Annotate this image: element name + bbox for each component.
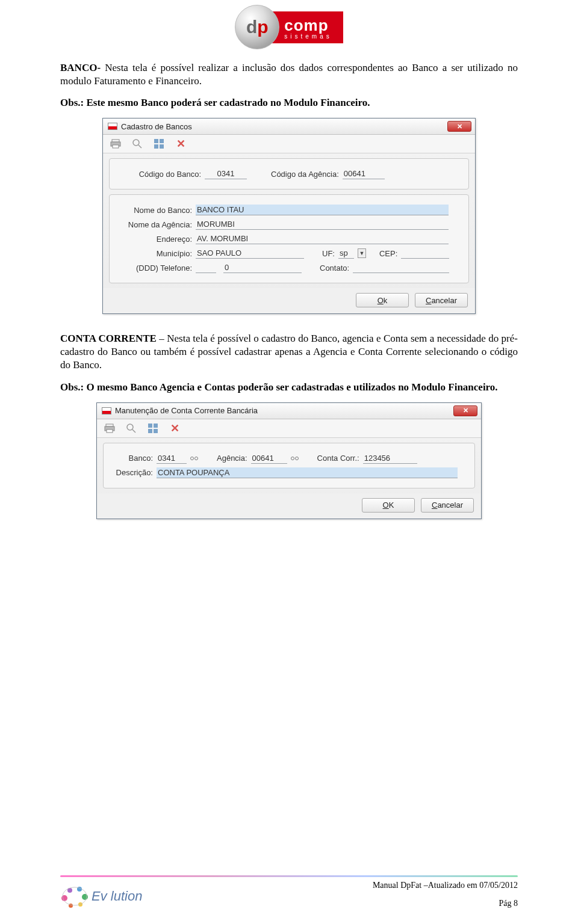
- dialog2-titlebar: Manutenção de Conta Corrente Bancária ✕: [97, 403, 481, 419]
- input-cep[interactable]: [401, 248, 449, 259]
- input-municipio[interactable]: SAO PAULO: [196, 248, 304, 259]
- delete-icon[interactable]: ✕: [169, 423, 180, 434]
- cancel-button[interactable]: Cancelar: [415, 293, 468, 307]
- input-conta[interactable]: 123456: [363, 453, 417, 464]
- lookup-agencia-icon[interactable]: [291, 454, 300, 463]
- logo-sistemas: sistemas: [284, 33, 332, 40]
- close-button[interactable]: ✕: [447, 121, 471, 132]
- dados-group: Nome do Banco: BANCO ITAU Nome da Agênci…: [109, 194, 469, 283]
- cadastro-bancos-dialog: Cadastro de Bancos ✕ ✕ Código do Banco: …: [102, 118, 476, 314]
- brand-logo: dp comp sistemas: [60, 0, 518, 61]
- svg-rect-7: [107, 430, 113, 433]
- input-agencia[interactable]: 00641: [251, 453, 287, 464]
- input-codigo-agencia[interactable]: 00641: [343, 168, 385, 179]
- page-footer: Ev lution Manual DpFat –Atualizado em 07…: [0, 875, 578, 908]
- search-icon[interactable]: [132, 138, 143, 149]
- dialog2-toolbar: ✕: [97, 419, 481, 438]
- lookup-banco-icon[interactable]: [190, 454, 200, 463]
- flag-icon: [102, 407, 111, 414]
- footer-manual: Manual DpFat –Atualizado em 07/05/2012: [373, 881, 518, 890]
- input-endereco[interactable]: AV. MORUMBI: [196, 233, 449, 244]
- ok-button[interactable]: Ok: [356, 293, 409, 307]
- lbl-ddd-tel: (DDD) Telefone:: [117, 263, 192, 273]
- para1-bold: BANCO-: [60, 62, 101, 73]
- input-ddd[interactable]: [196, 262, 216, 273]
- input-uf[interactable]: sp: [338, 248, 354, 259]
- close-button[interactable]: ✕: [453, 405, 477, 416]
- svg-point-8: [127, 424, 133, 430]
- footer-rule: [60, 875, 518, 877]
- input-nome-banco[interactable]: BANCO ITAU: [196, 205, 449, 215]
- svg-rect-2: [113, 145, 119, 148]
- footer-page: Pág 8: [373, 899, 518, 908]
- evolution-logo: Ev lution: [60, 884, 142, 908]
- input-banco[interactable]: 0341: [157, 453, 187, 464]
- delete-icon[interactable]: ✕: [175, 138, 186, 149]
- codigo-group: Código do Banco: 0341 Código da Agência:…: [109, 158, 469, 189]
- print-icon[interactable]: [104, 423, 115, 434]
- input-nome-agencia[interactable]: MORUMBI: [196, 219, 449, 230]
- lbl-agencia: Agência:: [214, 454, 247, 463]
- input-descricao[interactable]: CONTA POUPANÇA: [157, 467, 458, 478]
- lbl-descricao: Descrição:: [111, 468, 153, 477]
- svg-point-10: [63, 887, 87, 905]
- para4-text: Obs.: O mesmo Banco Agencia e Contas pod…: [60, 381, 498, 393]
- paragraph-banco: BANCO- Nesta tela é possível realizar a …: [60, 61, 518, 88]
- lbl-codigo-agencia: Código da Agência:: [269, 170, 339, 179]
- paragraph-obs1: Obs.: Este mesmo Banco poderá ser cadast…: [60, 96, 518, 109]
- lbl-nome-banco: Nome do Banco:: [117, 206, 192, 215]
- dialog-toolbar: ✕: [103, 135, 475, 153]
- paragraph-conta-corrente: CONTA CORRENTE – Nesta tela é possível o…: [60, 332, 518, 372]
- svg-line-9: [132, 430, 135, 433]
- lbl-banco: Banco:: [111, 454, 153, 463]
- lbl-municipio: Município:: [117, 249, 192, 258]
- grid-icon[interactable]: [148, 423, 158, 434]
- dialog-title: Cadastro de Bancos: [121, 122, 192, 131]
- conta-corrente-dialog: Manutenção de Conta Corrente Bancária ✕ …: [96, 402, 482, 519]
- uf-dropdown-arrow[interactable]: ▼: [358, 248, 366, 258]
- svg-point-3: [133, 140, 139, 146]
- search-icon[interactable]: [126, 423, 137, 434]
- dialog2-title: Manutenção de Conta Corrente Bancária: [115, 406, 258, 415]
- input-contato[interactable]: [353, 262, 449, 273]
- svg-rect-0: [112, 140, 119, 142]
- logo-sphere: dp: [235, 5, 279, 49]
- lbl-conta: Conta Corr.:: [315, 454, 359, 463]
- lbl-contato: Contato:: [317, 263, 349, 273]
- print-icon[interactable]: [110, 138, 121, 149]
- lbl-nome-agencia: Nome da Agência:: [117, 220, 192, 229]
- paragraph-obs2: Obs.: O mesmo Banco Agencia e Contas pod…: [60, 381, 518, 394]
- dialog-titlebar: Cadastro de Bancos ✕: [103, 119, 475, 135]
- ok-button[interactable]: OK: [362, 498, 415, 513]
- evolution-text: Ev lution: [92, 889, 142, 904]
- para1-rest: Nesta tela é possível realizar a inclusã…: [60, 62, 518, 87]
- cancel-button[interactable]: Cancelar: [421, 498, 474, 513]
- lbl-codigo-banco: Código do Banco:: [117, 170, 201, 179]
- input-telefone[interactable]: 0: [223, 262, 302, 273]
- para2-text: Obs.: Este mesmo Banco poderá ser cadast…: [60, 97, 370, 108]
- para3-bold: CONTA CORRENTE: [60, 333, 157, 344]
- lbl-endereco: Endereço:: [117, 235, 192, 244]
- lbl-cep: CEP:: [377, 249, 397, 258]
- grid-icon[interactable]: [154, 138, 164, 149]
- conta-group: Banco: 0341 Agência: 00641 Conta Corr.: …: [103, 443, 475, 488]
- svg-line-4: [138, 145, 141, 148]
- logo-comp: comp: [284, 17, 332, 33]
- lbl-uf: UF:: [320, 249, 335, 258]
- input-codigo-banco[interactable]: 0341: [205, 168, 247, 179]
- svg-rect-5: [106, 424, 113, 427]
- flag-icon: [108, 123, 117, 130]
